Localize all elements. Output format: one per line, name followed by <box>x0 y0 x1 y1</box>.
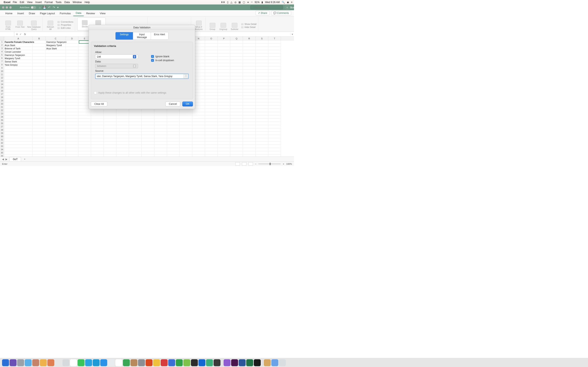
name-box[interactable] <box>0 32 14 36</box>
cell[interactable] <box>46 83 66 86</box>
cell[interactable] <box>66 125 78 128</box>
cell[interactable] <box>205 67 218 70</box>
cell[interactable] <box>78 142 91 145</box>
cell[interactable] <box>167 125 180 128</box>
cell[interactable] <box>91 122 104 125</box>
cell[interactable] <box>256 125 268 128</box>
row-header[interactable]: 30 <box>0 135 4 138</box>
cell[interactable] <box>243 63 256 67</box>
cell[interactable] <box>167 115 180 119</box>
cell[interactable] <box>243 99 256 102</box>
cell[interactable] <box>268 89 281 92</box>
cell[interactable] <box>33 53 46 57</box>
row-header[interactable]: 34 <box>0 148 4 151</box>
cell[interactable] <box>268 63 281 67</box>
cell[interactable] <box>129 155 142 157</box>
cell[interactable] <box>230 80 243 83</box>
cell[interactable] <box>46 99 66 102</box>
cell[interactable] <box>218 151 230 155</box>
cell[interactable] <box>218 60 230 63</box>
cell[interactable] <box>66 83 78 86</box>
cell[interactable] <box>33 128 46 132</box>
cell[interactable] <box>180 115 192 119</box>
cell[interactable] <box>256 115 268 119</box>
cell[interactable] <box>167 128 180 132</box>
tab-review[interactable]: Review <box>84 11 97 16</box>
cell[interactable] <box>192 125 205 128</box>
cell[interactable] <box>167 138 180 142</box>
cell[interactable] <box>4 142 33 145</box>
cell[interactable] <box>66 40 78 44</box>
cell[interactable] <box>78 135 91 138</box>
cell[interactable] <box>218 89 230 92</box>
cell[interactable] <box>104 145 116 148</box>
cell[interactable] <box>4 102 33 106</box>
cell[interactable] <box>46 53 66 57</box>
cancel-formula-icon[interactable]: ✕ <box>16 33 18 36</box>
cell[interactable] <box>66 109 78 112</box>
cell[interactable] <box>243 122 256 125</box>
cell[interactable] <box>66 119 78 122</box>
cell[interactable] <box>256 128 268 132</box>
cell[interactable] <box>33 63 46 67</box>
cell[interactable] <box>46 73 66 76</box>
cell[interactable] <box>243 83 256 86</box>
cell[interactable] <box>154 115 167 119</box>
row-header[interactable]: 27 <box>0 125 4 128</box>
cell[interactable] <box>268 145 281 148</box>
cell[interactable] <box>192 135 205 138</box>
connections-button[interactable]: Connections <box>57 21 73 23</box>
whatif-button[interactable]: What-If Analysis <box>194 21 204 30</box>
row-header[interactable]: 1 <box>0 40 4 44</box>
cell[interactable] <box>66 86 78 89</box>
cell[interactable] <box>33 112 46 115</box>
cell[interactable] <box>205 92 218 96</box>
cell[interactable] <box>205 47 218 50</box>
cell[interactable] <box>205 73 218 76</box>
row-header[interactable]: 32 <box>0 142 4 145</box>
cell[interactable] <box>66 50 78 53</box>
cell[interactable] <box>66 96 78 99</box>
cell[interactable] <box>78 125 91 128</box>
cell[interactable] <box>180 145 192 148</box>
cell[interactable] <box>33 80 46 83</box>
cell[interactable] <box>218 112 230 115</box>
tab-data[interactable]: Data <box>73 10 84 16</box>
cell[interactable] <box>4 122 33 125</box>
cell[interactable] <box>218 70 230 73</box>
cell[interactable] <box>230 109 243 112</box>
cell[interactable] <box>218 80 230 83</box>
airplay-icon[interactable]: ▢ <box>243 1 245 4</box>
cell[interactable] <box>192 145 205 148</box>
row-header[interactable]: 28 <box>0 128 4 132</box>
cell[interactable] <box>142 142 154 145</box>
cell[interactable] <box>46 63 66 67</box>
cell[interactable] <box>243 92 256 96</box>
cell[interactable] <box>154 112 167 115</box>
cell[interactable] <box>268 148 281 151</box>
cell[interactable] <box>66 47 78 50</box>
cell[interactable] <box>46 102 66 106</box>
cell[interactable] <box>4 138 33 142</box>
cell[interactable] <box>33 99 46 102</box>
cell[interactable] <box>33 109 46 112</box>
cell[interactable] <box>46 142 66 145</box>
window-controls[interactable] <box>2 6 12 8</box>
cell[interactable] <box>4 80 33 83</box>
cell[interactable] <box>243 70 256 73</box>
cell[interactable] <box>104 151 116 155</box>
cell[interactable] <box>218 135 230 138</box>
cell[interactable] <box>4 96 33 99</box>
cell[interactable] <box>218 92 230 96</box>
cell[interactable] <box>243 80 256 83</box>
cell[interactable] <box>33 155 46 157</box>
view-page-layout-icon[interactable] <box>242 162 246 166</box>
row-header[interactable]: 33 <box>0 145 4 148</box>
bluetooth-icon[interactable]: ∗ <box>247 1 249 4</box>
cell[interactable]: Daenerys Targaryen <box>4 53 33 57</box>
cell[interactable] <box>192 142 205 145</box>
cell[interactable] <box>104 119 116 122</box>
cell[interactable] <box>218 119 230 122</box>
cell[interactable] <box>33 57 46 60</box>
row-header[interactable]: 25 <box>0 119 4 122</box>
